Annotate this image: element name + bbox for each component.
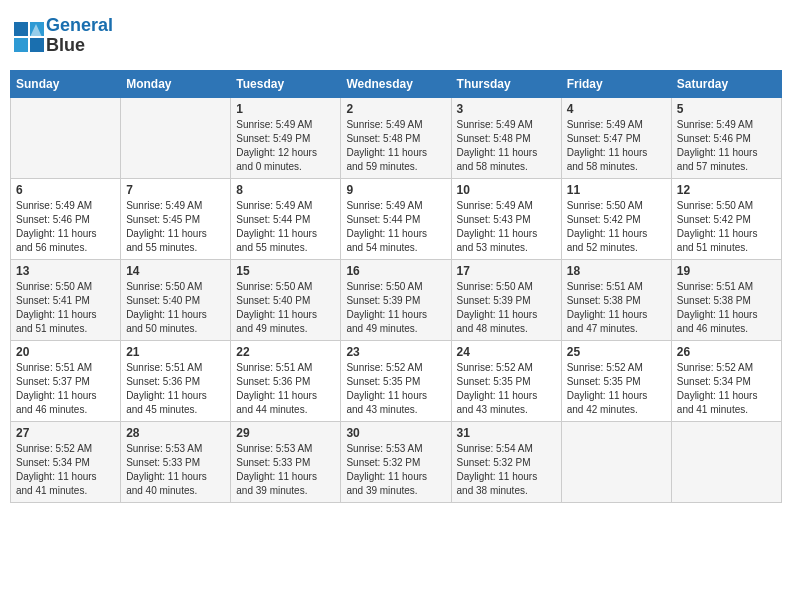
day-number: 7 <box>126 183 225 197</box>
day-number: 13 <box>16 264 115 278</box>
day-info: Sunrise: 5:50 AM Sunset: 5:40 PM Dayligh… <box>126 280 225 336</box>
day-number: 21 <box>126 345 225 359</box>
day-info: Sunrise: 5:51 AM Sunset: 5:36 PM Dayligh… <box>236 361 335 417</box>
day-info: Sunrise: 5:50 AM Sunset: 5:39 PM Dayligh… <box>457 280 556 336</box>
calendar-cell: 14Sunrise: 5:50 AM Sunset: 5:40 PM Dayli… <box>121 259 231 340</box>
calendar-table: SundayMondayTuesdayWednesdayThursdayFrid… <box>10 70 782 503</box>
calendar-cell: 26Sunrise: 5:52 AM Sunset: 5:34 PM Dayli… <box>671 340 781 421</box>
column-header-wednesday: Wednesday <box>341 70 451 97</box>
calendar-cell: 16Sunrise: 5:50 AM Sunset: 5:39 PM Dayli… <box>341 259 451 340</box>
svg-rect-0 <box>14 22 28 36</box>
calendar-cell: 15Sunrise: 5:50 AM Sunset: 5:40 PM Dayli… <box>231 259 341 340</box>
calendar-cell: 8Sunrise: 5:49 AM Sunset: 5:44 PM Daylig… <box>231 178 341 259</box>
calendar-cell <box>11 97 121 178</box>
calendar-cell: 29Sunrise: 5:53 AM Sunset: 5:33 PM Dayli… <box>231 421 341 502</box>
day-number: 25 <box>567 345 666 359</box>
calendar-cell: 7Sunrise: 5:49 AM Sunset: 5:45 PM Daylig… <box>121 178 231 259</box>
day-number: 1 <box>236 102 335 116</box>
week-row-1: 1Sunrise: 5:49 AM Sunset: 5:49 PM Daylig… <box>11 97 782 178</box>
day-info: Sunrise: 5:49 AM Sunset: 5:44 PM Dayligh… <box>236 199 335 255</box>
column-header-sunday: Sunday <box>11 70 121 97</box>
day-info: Sunrise: 5:51 AM Sunset: 5:38 PM Dayligh… <box>677 280 776 336</box>
column-header-friday: Friday <box>561 70 671 97</box>
day-number: 6 <box>16 183 115 197</box>
week-row-5: 27Sunrise: 5:52 AM Sunset: 5:34 PM Dayli… <box>11 421 782 502</box>
day-info: Sunrise: 5:50 AM Sunset: 5:41 PM Dayligh… <box>16 280 115 336</box>
day-number: 20 <box>16 345 115 359</box>
calendar-cell: 25Sunrise: 5:52 AM Sunset: 5:35 PM Dayli… <box>561 340 671 421</box>
day-number: 26 <box>677 345 776 359</box>
day-info: Sunrise: 5:49 AM Sunset: 5:44 PM Dayligh… <box>346 199 445 255</box>
day-info: Sunrise: 5:52 AM Sunset: 5:35 PM Dayligh… <box>457 361 556 417</box>
calendar-cell: 24Sunrise: 5:52 AM Sunset: 5:35 PM Dayli… <box>451 340 561 421</box>
day-number: 24 <box>457 345 556 359</box>
calendar-cell: 2Sunrise: 5:49 AM Sunset: 5:48 PM Daylig… <box>341 97 451 178</box>
calendar-body: 1Sunrise: 5:49 AM Sunset: 5:49 PM Daylig… <box>11 97 782 502</box>
calendar-cell <box>121 97 231 178</box>
day-info: Sunrise: 5:49 AM Sunset: 5:49 PM Dayligh… <box>236 118 335 174</box>
day-number: 8 <box>236 183 335 197</box>
day-info: Sunrise: 5:49 AM Sunset: 5:45 PM Dayligh… <box>126 199 225 255</box>
day-number: 28 <box>126 426 225 440</box>
day-number: 17 <box>457 264 556 278</box>
calendar-cell: 11Sunrise: 5:50 AM Sunset: 5:42 PM Dayli… <box>561 178 671 259</box>
day-info: Sunrise: 5:53 AM Sunset: 5:33 PM Dayligh… <box>126 442 225 498</box>
day-info: Sunrise: 5:49 AM Sunset: 5:46 PM Dayligh… <box>677 118 776 174</box>
day-info: Sunrise: 5:50 AM Sunset: 5:42 PM Dayligh… <box>567 199 666 255</box>
day-number: 22 <box>236 345 335 359</box>
day-number: 11 <box>567 183 666 197</box>
day-number: 10 <box>457 183 556 197</box>
day-number: 16 <box>346 264 445 278</box>
day-info: Sunrise: 5:50 AM Sunset: 5:39 PM Dayligh… <box>346 280 445 336</box>
calendar-cell: 9Sunrise: 5:49 AM Sunset: 5:44 PM Daylig… <box>341 178 451 259</box>
calendar-cell: 3Sunrise: 5:49 AM Sunset: 5:48 PM Daylig… <box>451 97 561 178</box>
day-info: Sunrise: 5:53 AM Sunset: 5:33 PM Dayligh… <box>236 442 335 498</box>
logo-text: GeneralBlue <box>46 16 113 56</box>
day-info: Sunrise: 5:49 AM Sunset: 5:47 PM Dayligh… <box>567 118 666 174</box>
day-number: 23 <box>346 345 445 359</box>
day-number: 31 <box>457 426 556 440</box>
day-number: 9 <box>346 183 445 197</box>
svg-rect-3 <box>30 38 44 52</box>
week-row-3: 13Sunrise: 5:50 AM Sunset: 5:41 PM Dayli… <box>11 259 782 340</box>
day-number: 4 <box>567 102 666 116</box>
day-info: Sunrise: 5:52 AM Sunset: 5:34 PM Dayligh… <box>677 361 776 417</box>
calendar-header-row: SundayMondayTuesdayWednesdayThursdayFrid… <box>11 70 782 97</box>
day-info: Sunrise: 5:49 AM Sunset: 5:46 PM Dayligh… <box>16 199 115 255</box>
day-number: 12 <box>677 183 776 197</box>
day-info: Sunrise: 5:52 AM Sunset: 5:34 PM Dayligh… <box>16 442 115 498</box>
day-info: Sunrise: 5:50 AM Sunset: 5:42 PM Dayligh… <box>677 199 776 255</box>
week-row-2: 6Sunrise: 5:49 AM Sunset: 5:46 PM Daylig… <box>11 178 782 259</box>
calendar-cell: 30Sunrise: 5:53 AM Sunset: 5:32 PM Dayli… <box>341 421 451 502</box>
week-row-4: 20Sunrise: 5:51 AM Sunset: 5:37 PM Dayli… <box>11 340 782 421</box>
column-header-tuesday: Tuesday <box>231 70 341 97</box>
day-info: Sunrise: 5:49 AM Sunset: 5:48 PM Dayligh… <box>346 118 445 174</box>
day-info: Sunrise: 5:49 AM Sunset: 5:48 PM Dayligh… <box>457 118 556 174</box>
day-info: Sunrise: 5:51 AM Sunset: 5:37 PM Dayligh… <box>16 361 115 417</box>
day-info: Sunrise: 5:52 AM Sunset: 5:35 PM Dayligh… <box>346 361 445 417</box>
day-number: 5 <box>677 102 776 116</box>
day-info: Sunrise: 5:51 AM Sunset: 5:38 PM Dayligh… <box>567 280 666 336</box>
calendar-cell: 12Sunrise: 5:50 AM Sunset: 5:42 PM Dayli… <box>671 178 781 259</box>
calendar-cell: 19Sunrise: 5:51 AM Sunset: 5:38 PM Dayli… <box>671 259 781 340</box>
calendar-cell: 18Sunrise: 5:51 AM Sunset: 5:38 PM Dayli… <box>561 259 671 340</box>
calendar-cell: 4Sunrise: 5:49 AM Sunset: 5:47 PM Daylig… <box>561 97 671 178</box>
day-number: 2 <box>346 102 445 116</box>
column-header-monday: Monday <box>121 70 231 97</box>
calendar-cell: 20Sunrise: 5:51 AM Sunset: 5:37 PM Dayli… <box>11 340 121 421</box>
calendar-cell: 28Sunrise: 5:53 AM Sunset: 5:33 PM Dayli… <box>121 421 231 502</box>
calendar-cell: 10Sunrise: 5:49 AM Sunset: 5:43 PM Dayli… <box>451 178 561 259</box>
calendar-cell: 1Sunrise: 5:49 AM Sunset: 5:49 PM Daylig… <box>231 97 341 178</box>
day-number: 18 <box>567 264 666 278</box>
day-number: 15 <box>236 264 335 278</box>
day-info: Sunrise: 5:54 AM Sunset: 5:32 PM Dayligh… <box>457 442 556 498</box>
day-number: 27 <box>16 426 115 440</box>
day-number: 14 <box>126 264 225 278</box>
day-info: Sunrise: 5:53 AM Sunset: 5:32 PM Dayligh… <box>346 442 445 498</box>
day-info: Sunrise: 5:49 AM Sunset: 5:43 PM Dayligh… <box>457 199 556 255</box>
calendar-cell <box>561 421 671 502</box>
calendar-cell <box>671 421 781 502</box>
day-number: 30 <box>346 426 445 440</box>
calendar-cell: 31Sunrise: 5:54 AM Sunset: 5:32 PM Dayli… <box>451 421 561 502</box>
logo-icon <box>14 22 42 50</box>
